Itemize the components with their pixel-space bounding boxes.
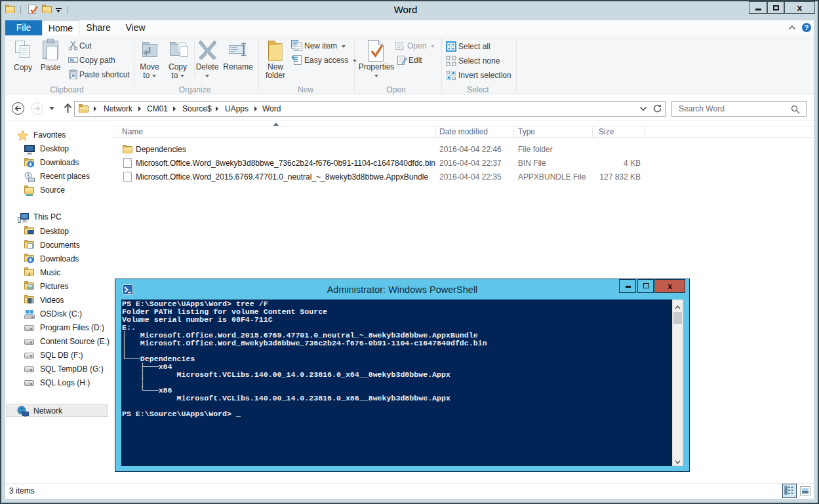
svg-text:W..: W.. xyxy=(70,58,76,62)
